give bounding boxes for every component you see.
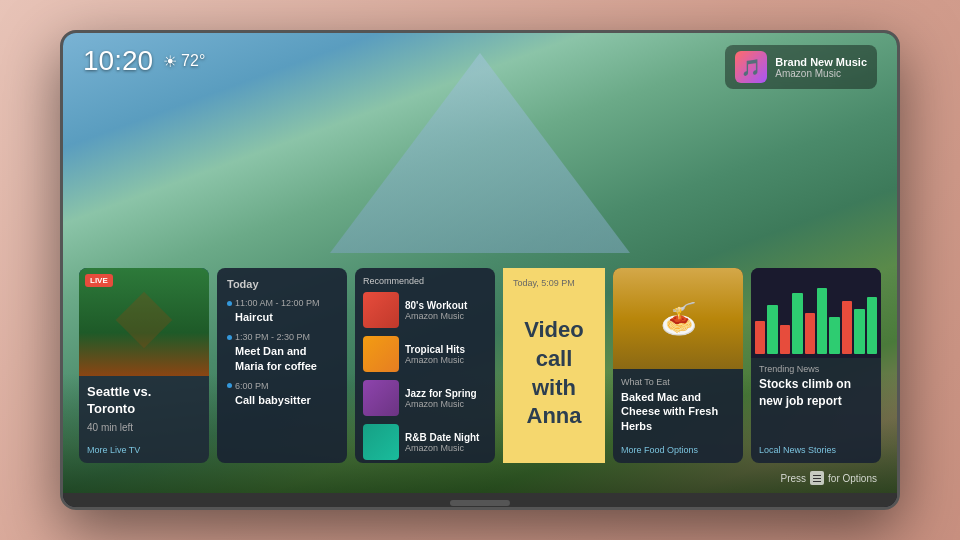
food-info: What To Eat Baked Mac and Cheese with Fr…: [613, 369, 743, 441]
press-text: Press: [781, 473, 807, 484]
stock-bar: [829, 317, 839, 354]
event-2-title: Meet Dan and Maria for coffee: [227, 344, 337, 373]
music-notification-info: Brand New Music Amazon Music: [775, 56, 867, 79]
clock-display: 10:20: [83, 45, 153, 77]
music-notification-title: Brand New Music: [775, 56, 867, 68]
music-item-3-title: Jazz for Spring: [405, 388, 487, 399]
sticky-text: Video call with Anna: [513, 294, 595, 453]
event-2-time: 1:30 PM - 2:30 PM: [227, 332, 337, 342]
music-item-4-info: R&B Date Night Amazon Music: [405, 432, 487, 453]
baseball-diamond: [116, 292, 173, 349]
news-category: Trending News: [751, 358, 881, 376]
sticky-note-card[interactable]: Today, 5:09 PM Video call with Anna: [503, 268, 605, 463]
more-food-link[interactable]: More Food Options: [613, 441, 743, 463]
calendar-event-3: 6:00 PM Call babysitter: [227, 381, 337, 407]
music-item-4[interactable]: R&B Date Night Amazon Music: [363, 424, 487, 460]
music-item-1-title: 80's Workout: [405, 300, 487, 311]
event-3-time: 6:00 PM: [227, 381, 337, 391]
stock-bar: [767, 305, 777, 354]
time-weather: 10:20 ☀ 72°: [83, 45, 205, 77]
music-card-header: Recommended: [363, 276, 487, 286]
music-item-2-title: Tropical Hits: [405, 344, 487, 355]
event-2-time-text: 1:30 PM - 2:30 PM: [235, 332, 310, 342]
music-thumb-jazz: [363, 380, 399, 416]
stock-bar: [867, 297, 877, 354]
music-item-1[interactable]: 80's Workout Amazon Music: [363, 292, 487, 328]
music-item-3-info: Jazz for Spring Amazon Music: [405, 388, 487, 409]
music-notification[interactable]: 🎵 Brand New Music Amazon Music: [725, 45, 877, 89]
music-item-2-info: Tropical Hits Amazon Music: [405, 344, 487, 365]
calendar-header: Today: [227, 278, 337, 290]
live-tv-image: LIVE: [79, 268, 209, 376]
music-item-1-source: Amazon Music: [405, 311, 487, 321]
music-item-4-source: Amazon Music: [405, 443, 487, 453]
stock-bar: [780, 325, 790, 354]
calendar-card[interactable]: Today 11:00 AM - 12:00 PM Haircut 1:30 P…: [217, 268, 347, 463]
live-tv-title: Seattle vs. Toronto: [87, 384, 201, 418]
music-card[interactable]: Recommended 80's Workout Amazon Music Tr…: [355, 268, 495, 463]
news-card[interactable]: Trending News Stocks climb on new job re…: [751, 268, 881, 463]
tv-screen: 10:20 ☀ 72° 🎵 Brand New Music Amazon Mus…: [63, 33, 897, 493]
weather-display: ☀ 72°: [163, 52, 205, 71]
more-live-tv-link[interactable]: More Live TV: [79, 441, 209, 463]
music-item-3-source: Amazon Music: [405, 399, 487, 409]
calendar-event-2: 1:30 PM - 2:30 PM Meet Dan and Maria for…: [227, 332, 337, 373]
event-dot-2: [227, 335, 232, 340]
temperature: 72°: [181, 52, 205, 70]
stock-chart: [751, 268, 881, 358]
music-thumb-workout: [363, 292, 399, 328]
for-options-text: for Options: [828, 473, 877, 484]
news-image: [751, 268, 881, 358]
music-item-4-title: R&B Date Night: [405, 432, 487, 443]
food-card[interactable]: 🍝 What To Eat Baked Mac and Cheese with …: [613, 268, 743, 463]
music-thumb-rnb: [363, 424, 399, 460]
news-title: Stocks climb on new job report: [751, 376, 881, 410]
menu-dot-2: [813, 478, 821, 479]
live-badge: LIVE: [85, 274, 113, 287]
music-item-2-source: Amazon Music: [405, 355, 487, 365]
stock-bar: [792, 293, 802, 355]
event-1-time: 11:00 AM - 12:00 PM: [227, 298, 337, 308]
tv-frame: 10:20 ☀ 72° 🎵 Brand New Music Amazon Mus…: [60, 30, 900, 510]
music-notification-source: Amazon Music: [775, 68, 867, 79]
music-item-3[interactable]: Jazz for Spring Amazon Music: [363, 380, 487, 416]
music-item-2[interactable]: Tropical Hits Amazon Music: [363, 336, 487, 372]
stock-bar: [817, 288, 827, 354]
tv-stand-bar: [450, 500, 510, 506]
food-title: Baked Mac and Cheese with Fresh Herbs: [621, 390, 735, 433]
event-dot-3: [227, 383, 232, 388]
food-image: 🍝: [613, 268, 743, 369]
event-3-time-text: 6:00 PM: [235, 381, 269, 391]
tv-stand: [63, 493, 897, 510]
stock-bar: [755, 321, 765, 354]
top-bar: 10:20 ☀ 72° 🎵 Brand New Music Amazon Mus…: [63, 33, 897, 101]
music-thumb-tropical: [363, 336, 399, 372]
sticky-timestamp: Today, 5:09 PM: [513, 278, 595, 288]
event-1-title: Haircut: [227, 310, 337, 324]
menu-dot-3: [813, 481, 821, 482]
live-tv-time-left: 40 min left: [87, 422, 201, 433]
event-1-time-text: 11:00 AM - 12:00 PM: [235, 298, 320, 308]
sun-icon: ☀: [163, 52, 177, 71]
calendar-event-1: 11:00 AM - 12:00 PM Haircut: [227, 298, 337, 324]
food-category: What To Eat: [621, 377, 735, 387]
menu-icon: [810, 471, 824, 485]
live-tv-card[interactable]: LIVE Seattle vs. Toronto 40 min left Mor…: [79, 268, 209, 463]
amazon-music-icon: 🎵: [735, 51, 767, 83]
stock-bar: [854, 309, 864, 354]
music-item-1-info: 80's Workout Amazon Music: [405, 300, 487, 321]
bottom-options-hint: Press for Options: [781, 471, 877, 485]
event-3-title: Call babysitter: [227, 393, 337, 407]
cards-container: LIVE Seattle vs. Toronto 40 min left Mor…: [79, 268, 881, 463]
stock-bar: [805, 313, 815, 354]
food-visual: 🍝: [613, 268, 743, 369]
news-link[interactable]: Local News Stories: [751, 441, 881, 463]
live-tv-info: Seattle vs. Toronto 40 min left: [79, 376, 209, 441]
menu-dot-1: [813, 475, 821, 476]
stock-bar: [842, 301, 852, 354]
event-dot: [227, 301, 232, 306]
